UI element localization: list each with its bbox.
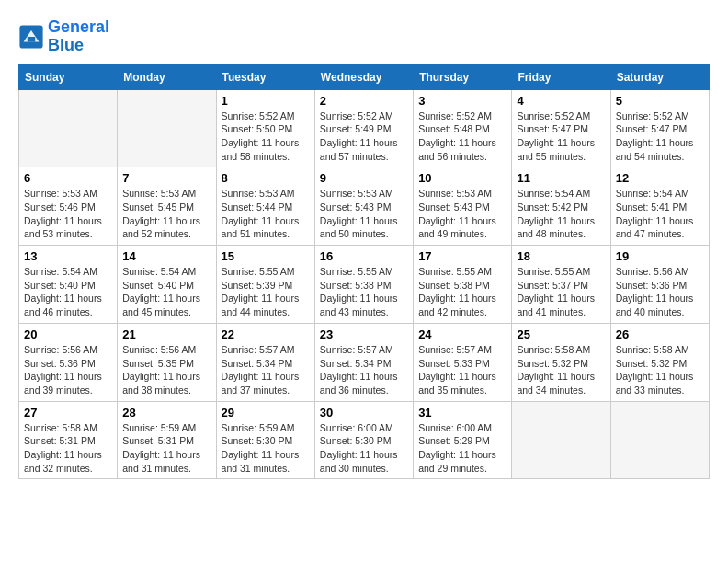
calendar-week-2: 13Sunrise: 5:54 AM Sunset: 5:40 PM Dayli… <box>19 246 710 324</box>
calendar-cell: 10Sunrise: 5:53 AM Sunset: 5:43 PM Dayli… <box>414 167 512 246</box>
calendar-cell: 13Sunrise: 5:54 AM Sunset: 5:40 PM Dayli… <box>19 246 118 324</box>
day-number: 15 <box>222 249 310 263</box>
day-info: Sunrise: 5:55 AM Sunset: 5:38 PM Dayligh… <box>320 265 408 319</box>
day-number: 11 <box>517 171 605 185</box>
day-number: 10 <box>418 171 506 185</box>
calendar-cell: 11Sunrise: 5:54 AM Sunset: 5:42 PM Dayli… <box>512 167 610 246</box>
calendar-cell: 31Sunrise: 6:00 AM Sunset: 5:29 PM Dayli… <box>414 401 512 479</box>
day-info: Sunrise: 5:57 AM Sunset: 5:34 PM Dayligh… <box>222 343 310 397</box>
calendar-cell: 3Sunrise: 5:52 AM Sunset: 5:48 PM Daylig… <box>414 89 512 167</box>
weekday-wednesday: Wednesday <box>314 64 413 89</box>
day-number: 13 <box>24 249 112 263</box>
day-number: 30 <box>320 406 408 419</box>
calendar-cell: 7Sunrise: 5:53 AM Sunset: 5:45 PM Daylig… <box>118 167 216 246</box>
calendar-cell: 15Sunrise: 5:55 AM Sunset: 5:39 PM Dayli… <box>216 246 314 324</box>
day-number: 5 <box>616 94 704 108</box>
calendar-week-3: 20Sunrise: 5:56 AM Sunset: 5:36 PM Dayli… <box>19 323 710 401</box>
calendar-cell: 20Sunrise: 5:56 AM Sunset: 5:36 PM Dayli… <box>19 323 118 401</box>
weekday-monday: Monday <box>118 64 216 89</box>
day-info: Sunrise: 5:59 AM Sunset: 5:31 PM Dayligh… <box>122 421 210 476</box>
day-number: 4 <box>517 94 605 108</box>
calendar-header: SundayMondayTuesdayWednesdayThursdayFrid… <box>19 64 710 89</box>
day-info: Sunrise: 5:56 AM Sunset: 5:36 PM Dayligh… <box>24 343 112 397</box>
day-number: 29 <box>222 406 310 419</box>
calendar-cell: 28Sunrise: 5:59 AM Sunset: 5:31 PM Dayli… <box>118 401 216 479</box>
logo: General Blue <box>18 18 109 55</box>
day-number: 25 <box>517 327 605 341</box>
calendar-week-0: 1Sunrise: 5:52 AM Sunset: 5:50 PM Daylig… <box>19 89 710 167</box>
calendar-cell <box>512 401 610 479</box>
day-info: Sunrise: 5:52 AM Sunset: 5:50 PM Dayligh… <box>222 109 310 164</box>
calendar-cell: 12Sunrise: 5:54 AM Sunset: 5:41 PM Dayli… <box>610 167 709 246</box>
day-info: Sunrise: 5:53 AM Sunset: 5:43 PM Dayligh… <box>418 187 506 241</box>
day-info: Sunrise: 5:52 AM Sunset: 5:47 PM Dayligh… <box>616 109 704 164</box>
weekday-saturday: Saturday <box>610 64 709 89</box>
day-info: Sunrise: 5:54 AM Sunset: 5:40 PM Dayligh… <box>122 265 210 319</box>
day-info: Sunrise: 5:52 AM Sunset: 5:47 PM Dayligh… <box>517 109 605 164</box>
calendar-cell: 4Sunrise: 5:52 AM Sunset: 5:47 PM Daylig… <box>512 89 610 167</box>
day-number: 24 <box>418 327 506 341</box>
calendar-cell: 18Sunrise: 5:55 AM Sunset: 5:37 PM Dayli… <box>512 246 610 324</box>
day-number: 28 <box>122 406 210 419</box>
day-info: Sunrise: 5:58 AM Sunset: 5:31 PM Dayligh… <box>24 421 112 476</box>
day-number: 20 <box>24 327 112 341</box>
day-info: Sunrise: 6:00 AM Sunset: 5:29 PM Dayligh… <box>418 421 506 476</box>
day-number: 12 <box>616 171 704 185</box>
svg-rect-2 <box>28 37 35 42</box>
day-number: 2 <box>320 94 408 108</box>
calendar-week-1: 6Sunrise: 5:53 AM Sunset: 5:46 PM Daylig… <box>19 167 710 246</box>
day-info: Sunrise: 5:57 AM Sunset: 5:33 PM Dayligh… <box>418 343 506 397</box>
day-info: Sunrise: 5:57 AM Sunset: 5:34 PM Dayligh… <box>320 343 408 397</box>
day-number: 7 <box>122 171 210 185</box>
weekday-header-row: SundayMondayTuesdayWednesdayThursdayFrid… <box>19 64 710 89</box>
day-info: Sunrise: 5:59 AM Sunset: 5:30 PM Dayligh… <box>222 421 310 476</box>
calendar-cell <box>19 89 118 167</box>
calendar-cell: 14Sunrise: 5:54 AM Sunset: 5:40 PM Dayli… <box>118 246 216 324</box>
calendar-cell: 24Sunrise: 5:57 AM Sunset: 5:33 PM Dayli… <box>414 323 512 401</box>
calendar-cell: 2Sunrise: 5:52 AM Sunset: 5:49 PM Daylig… <box>314 89 413 167</box>
day-number: 18 <box>517 249 605 263</box>
calendar-cell: 27Sunrise: 5:58 AM Sunset: 5:31 PM Dayli… <box>19 401 118 479</box>
day-number: 31 <box>418 406 506 419</box>
calendar-cell: 23Sunrise: 5:57 AM Sunset: 5:34 PM Dayli… <box>314 323 413 401</box>
calendar-cell: 16Sunrise: 5:55 AM Sunset: 5:38 PM Dayli… <box>314 246 413 324</box>
calendar-body: 1Sunrise: 5:52 AM Sunset: 5:50 PM Daylig… <box>19 89 710 479</box>
day-info: Sunrise: 5:58 AM Sunset: 5:32 PM Dayligh… <box>517 343 605 397</box>
calendar-cell <box>610 401 709 479</box>
day-info: Sunrise: 5:53 AM Sunset: 5:43 PM Dayligh… <box>320 187 408 241</box>
day-number: 21 <box>122 327 210 341</box>
logo-text: General Blue <box>48 18 109 55</box>
calendar-cell: 6Sunrise: 5:53 AM Sunset: 5:46 PM Daylig… <box>19 167 118 246</box>
day-info: Sunrise: 5:53 AM Sunset: 5:44 PM Dayligh… <box>222 187 310 241</box>
day-number: 8 <box>222 171 310 185</box>
day-info: Sunrise: 5:54 AM Sunset: 5:40 PM Dayligh… <box>24 265 112 319</box>
day-info: Sunrise: 5:58 AM Sunset: 5:32 PM Dayligh… <box>616 343 704 397</box>
day-info: Sunrise: 5:53 AM Sunset: 5:45 PM Dayligh… <box>122 187 210 241</box>
calendar-cell: 1Sunrise: 5:52 AM Sunset: 5:50 PM Daylig… <box>216 89 314 167</box>
weekday-thursday: Thursday <box>414 64 512 89</box>
calendar-cell <box>118 89 216 167</box>
weekday-friday: Friday <box>512 64 610 89</box>
calendar-cell: 22Sunrise: 5:57 AM Sunset: 5:34 PM Dayli… <box>216 323 314 401</box>
weekday-sunday: Sunday <box>19 64 118 89</box>
calendar-cell: 30Sunrise: 6:00 AM Sunset: 5:30 PM Dayli… <box>314 401 413 479</box>
day-number: 27 <box>24 406 112 419</box>
calendar-week-4: 27Sunrise: 5:58 AM Sunset: 5:31 PM Dayli… <box>19 401 710 479</box>
day-info: Sunrise: 5:52 AM Sunset: 5:48 PM Dayligh… <box>418 109 506 164</box>
day-info: Sunrise: 5:55 AM Sunset: 5:38 PM Dayligh… <box>418 265 506 319</box>
day-number: 6 <box>24 171 112 185</box>
logo-icon <box>18 24 44 50</box>
day-number: 9 <box>320 171 408 185</box>
day-number: 1 <box>222 94 310 108</box>
day-info: Sunrise: 5:54 AM Sunset: 5:41 PM Dayligh… <box>616 187 704 241</box>
calendar-cell: 21Sunrise: 5:56 AM Sunset: 5:35 PM Dayli… <box>118 323 216 401</box>
day-number: 22 <box>222 327 310 341</box>
calendar-cell: 25Sunrise: 5:58 AM Sunset: 5:32 PM Dayli… <box>512 323 610 401</box>
day-info: Sunrise: 5:56 AM Sunset: 5:35 PM Dayligh… <box>122 343 210 397</box>
calendar-cell: 17Sunrise: 5:55 AM Sunset: 5:38 PM Dayli… <box>414 246 512 324</box>
day-number: 23 <box>320 327 408 341</box>
day-info: Sunrise: 5:55 AM Sunset: 5:39 PM Dayligh… <box>222 265 310 319</box>
calendar-cell: 9Sunrise: 5:53 AM Sunset: 5:43 PM Daylig… <box>314 167 413 246</box>
day-number: 26 <box>616 327 704 341</box>
day-info: Sunrise: 5:54 AM Sunset: 5:42 PM Dayligh… <box>517 187 605 241</box>
